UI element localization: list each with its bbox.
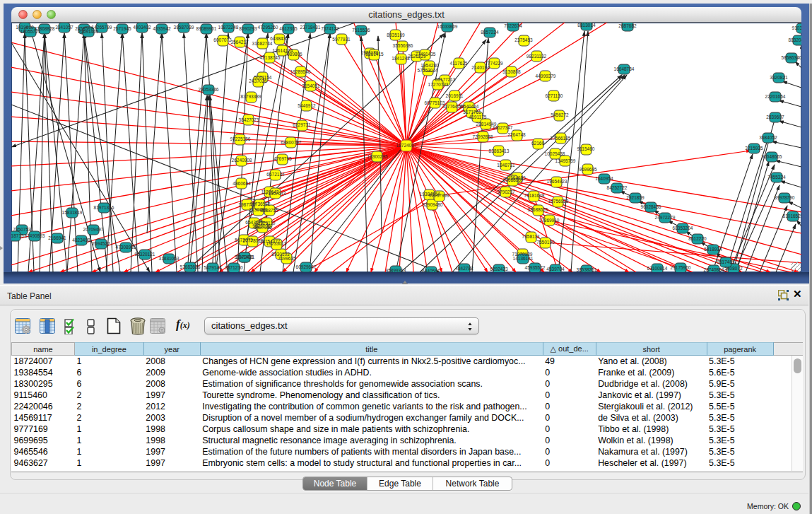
svg-text:88320463: 88320463 <box>789 37 801 42</box>
svg-text:10688609: 10688609 <box>503 177 524 182</box>
svg-text:6292423: 6292423 <box>490 267 508 271</box>
svg-text:2166941: 2166941 <box>48 235 66 240</box>
svg-text:3871230: 3871230 <box>225 265 243 270</box>
svg-text:38688676: 38688676 <box>528 207 548 212</box>
svg-text:2571945: 2571945 <box>113 26 131 31</box>
svg-text:3684052: 3684052 <box>759 135 777 140</box>
svg-text:60929647: 60929647 <box>296 264 317 269</box>
svg-text:17869910: 17869910 <box>539 218 560 223</box>
svg-text:7089806: 7089806 <box>284 52 302 57</box>
svg-text:3564217: 3564217 <box>230 40 249 45</box>
svg-text:35556386: 35556386 <box>393 43 413 48</box>
svg-text:6229731: 6229731 <box>293 122 311 127</box>
svg-text:19289546: 19289546 <box>290 69 311 74</box>
svg-text:3320821: 3320821 <box>770 75 788 80</box>
svg-text:19654923: 19654923 <box>547 179 567 184</box>
svg-text:71367643: 71367643 <box>266 191 286 196</box>
svg-text:7374122: 7374122 <box>321 26 339 31</box>
svg-text:2375453: 2375453 <box>514 37 533 42</box>
svg-text:4903402: 4903402 <box>133 25 151 30</box>
svg-text:7515536: 7515536 <box>352 28 370 33</box>
svg-text:20709497: 20709497 <box>83 227 104 232</box>
svg-text:42138745: 42138745 <box>260 55 281 60</box>
svg-text:4191175: 4191175 <box>469 115 487 119</box>
svg-text:34627347: 34627347 <box>493 125 513 130</box>
svg-text:3154051: 3154051 <box>302 83 320 88</box>
svg-text:68800797: 68800797 <box>281 140 302 145</box>
svg-text:4539704: 4539704 <box>546 267 565 271</box>
svg-text:84252722: 84252722 <box>607 185 628 190</box>
svg-text:1841248: 1841248 <box>392 56 410 61</box>
svg-text:22201654: 22201654 <box>765 94 786 99</box>
svg-text:57553014: 57553014 <box>418 68 438 73</box>
svg-text:92097999: 92097999 <box>429 193 449 198</box>
svg-text:81971316: 81971316 <box>94 205 114 210</box>
svg-text:45935572: 45935572 <box>525 265 546 270</box>
svg-text:95899313: 95899313 <box>386 268 406 272</box>
svg-text:5918715: 5918715 <box>11 233 24 238</box>
svg-text:2921859: 2921859 <box>626 195 645 200</box>
svg-text:5418934: 5418934 <box>704 247 722 252</box>
svg-text:9487336: 9487336 <box>254 225 272 230</box>
svg-text:23718431: 23718431 <box>300 25 321 30</box>
svg-text:47295260: 47295260 <box>258 25 278 30</box>
svg-text:26240908: 26240908 <box>232 158 252 163</box>
svg-text:6672134: 6672134 <box>266 172 285 177</box>
svg-text:91030736: 91030736 <box>792 25 801 30</box>
svg-text:39587039: 39587039 <box>174 25 194 30</box>
svg-text:97225156: 97225156 <box>230 136 251 141</box>
svg-text:8688755: 8688755 <box>260 208 278 213</box>
svg-text:89978790: 89978790 <box>775 195 795 200</box>
svg-text:6271130: 6271130 <box>546 93 563 98</box>
svg-text:2140194: 2140194 <box>471 65 490 70</box>
svg-text:9115460: 9115460 <box>577 146 595 151</box>
svg-text:18055721: 18055721 <box>20 29 41 34</box>
svg-text:38538251: 38538251 <box>577 267 597 272</box>
svg-text:28740864: 28740864 <box>704 267 724 272</box>
svg-text:47308985: 47308985 <box>116 245 136 250</box>
svg-text:7774229: 7774229 <box>485 61 503 66</box>
svg-text:5479144: 5479144 <box>204 265 222 270</box>
svg-text:2839607: 2839607 <box>766 115 784 119</box>
svg-text:9517485: 9517485 <box>717 259 735 264</box>
svg-text:6007072: 6007072 <box>213 37 232 42</box>
svg-text:3215935: 3215935 <box>745 146 763 151</box>
svg-text:10756928: 10756928 <box>548 199 569 204</box>
svg-text:9699695: 9699695 <box>579 167 597 172</box>
svg-text:4860684: 4860684 <box>233 181 251 186</box>
svg-text:18724007: 18724007 <box>396 143 417 148</box>
svg-text:68353204: 68353204 <box>673 226 693 230</box>
svg-text:57683626: 57683626 <box>180 264 201 269</box>
svg-text:2264748: 2264748 <box>507 132 526 137</box>
svg-text:87490893: 87490893 <box>25 233 45 238</box>
svg-text:28053346: 28053346 <box>199 87 219 92</box>
svg-text:4842788: 4842788 <box>455 266 473 271</box>
svg-text:7199635: 7199635 <box>278 256 296 261</box>
svg-text:3790237: 3790237 <box>497 189 515 194</box>
svg-text:4117625: 4117625 <box>450 61 468 66</box>
svg-text:2694522: 2694522 <box>92 241 110 246</box>
svg-text:90048665: 90048665 <box>762 154 782 159</box>
svg-text:14136141: 14136141 <box>513 256 534 261</box>
svg-text:4612365: 4612365 <box>279 26 298 31</box>
svg-text:31682744: 31682744 <box>252 41 273 46</box>
svg-text:5977931: 5977931 <box>332 37 351 42</box>
svg-text:8935169: 8935169 <box>387 33 405 37</box>
svg-text:31172421: 31172421 <box>235 255 255 259</box>
svg-text:44999379: 44999379 <box>536 74 556 78</box>
svg-text:6440561: 6440561 <box>422 269 440 272</box>
svg-text:8813014: 8813014 <box>577 23 596 28</box>
svg-text:7350753: 7350753 <box>13 227 31 232</box>
svg-text:83793389: 83793389 <box>241 94 261 99</box>
svg-text:1640954: 1640954 <box>595 176 613 181</box>
svg-text:16033809: 16033809 <box>437 24 458 29</box>
svg-text:5171761: 5171761 <box>463 110 481 115</box>
svg-text:38427073: 38427073 <box>239 117 259 122</box>
svg-text:4823498: 4823498 <box>72 238 90 243</box>
svg-text:27778019: 27778019 <box>243 238 264 243</box>
svg-text:5408072: 5408072 <box>724 266 743 271</box>
svg-text:10025438: 10025438 <box>545 151 565 156</box>
svg-text:5446912: 5446912 <box>298 103 316 108</box>
svg-text:75181648: 75181648 <box>524 193 545 198</box>
svg-text:13495759: 13495759 <box>555 158 576 163</box>
